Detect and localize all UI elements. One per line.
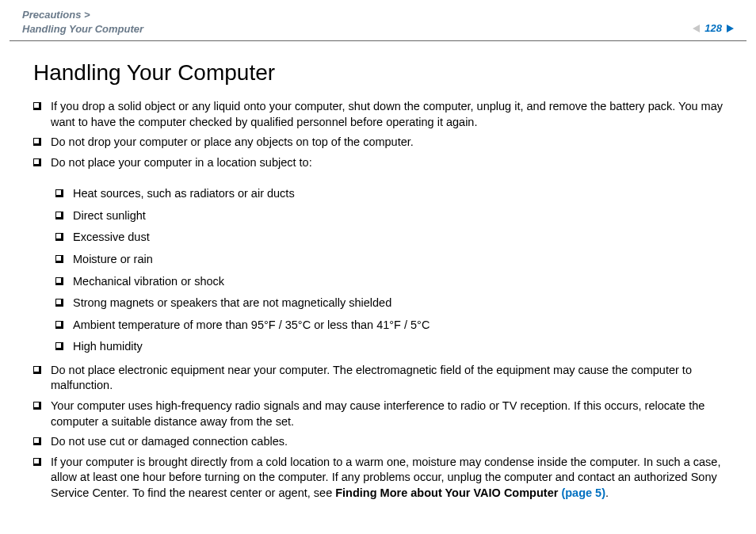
list-item-text: If you drop a solid object or any liquid… [51,99,723,130]
page-title: Handling Your Computer [33,60,723,86]
list-item-text: Mechanical vibration or shock [73,274,430,290]
bullet-icon [55,277,63,285]
bullet-icon [55,189,63,197]
page-number: 128 [704,22,722,34]
list-item-text: Moisture or rain [73,252,430,268]
list-item-text: Strong magnets or speakers that are not … [73,296,430,311]
bullet-icon [55,299,63,307]
bullet-icon [33,402,41,410]
bullet-icon [33,158,41,166]
page-nav: 128 [693,22,734,34]
list-item-text: Direct sunlight [73,208,430,224]
breadcrumb-line-2: Handling Your Computer [22,22,143,36]
bullet-icon [55,255,63,263]
list-item: Excessive dust [55,227,430,249]
next-page-icon[interactable] [727,25,734,32]
list-item: If your computer is brought directly fro… [33,452,723,504]
list-item: Mechanical vibration or shock [55,271,430,293]
list-item-text: Excessive dust [73,230,430,246]
prev-page-icon[interactable] [693,25,700,32]
list-item: High humidity [55,336,430,358]
list-item: Do not place your computer in a location… [33,153,723,360]
list-item-text: High humidity [73,339,430,355]
list-item-text: Heat sources, such as radiators or air d… [73,186,430,202]
list-item: Your computer uses high-frequency radio … [33,396,723,432]
bullet-icon [55,233,63,241]
list-item-text: If your computer is brought directly fro… [51,455,723,502]
bold-text: Finding More about Your VAIO Computer [335,486,561,499]
bullet-icon [33,102,41,110]
bullet-icon [33,437,41,445]
list-item-text: Ambient temperature of more than 95°F / … [73,318,430,334]
list-item: Strong magnets or speakers that are not … [55,292,430,315]
list-item: If you drop a solid object or any liquid… [33,97,723,132]
page-header: Precautions > Handling Your Computer 128 [0,0,756,40]
breadcrumb: Precautions > Handling Your Computer [22,8,143,36]
bullet-icon [55,342,63,350]
list-item: Do not place electronic equipment near y… [33,360,723,396]
bullet-icon [55,321,63,329]
bullet-icon [33,458,41,466]
breadcrumb-line-1: Precautions > [22,8,143,22]
content-area: Handling Your Computer If you drop a sol… [0,41,756,503]
sub-bullet-list: Heat sources, such as radiators or air d… [33,183,430,358]
list-item: Heat sources, such as radiators or air d… [55,183,430,205]
list-item-text: Your computer uses high-frequency radio … [51,399,723,429]
list-item: Direct sunlight [55,205,430,227]
bullet-list: If you drop a solid object or any liquid… [33,97,723,503]
page-link[interactable]: (page 5) [561,486,605,499]
list-item-text: Do not place electronic equipment near y… [51,363,723,394]
list-item-text: Do not use cut or damaged connection cab… [51,434,723,450]
list-item: Do not drop your computer or place any o… [33,132,723,153]
bullet-icon [33,138,41,146]
list-item: Ambient temperature of more than 95°F / … [55,315,430,337]
bullet-icon [55,212,63,219]
list-item: Do not use cut or damaged connection cab… [33,432,723,452]
list-item-text: Do not place your computer in a location… [51,155,312,171]
list-item: Moisture or rain [55,249,430,271]
list-item-text: Do not drop your computer or place any o… [51,135,723,151]
bullet-icon [33,366,41,374]
